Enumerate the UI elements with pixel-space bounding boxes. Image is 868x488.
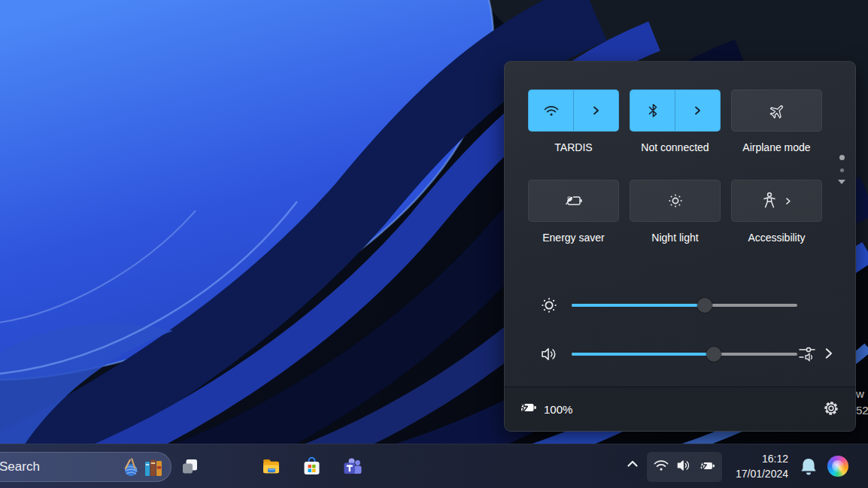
energy-saver-tile[interactable]: [528, 180, 619, 222]
battery-charging-icon: [698, 459, 716, 476]
airplane-icon: [767, 101, 787, 120]
volume-slider-fill: [572, 353, 714, 356]
chevron-right-icon: [692, 105, 703, 116]
bluetooth-icon: [644, 102, 662, 120]
brightness-row: [505, 292, 855, 319]
speaker-icon: [539, 344, 560, 365]
file-explorer-button[interactable]: [261, 456, 281, 477]
taskbar-clock[interactable]: 16:12 17/01/2024: [736, 451, 788, 481]
bluetooth-expand-chevron-button[interactable]: [675, 90, 720, 131]
microsoft-edge-button[interactable]: [220, 456, 241, 477]
airplane-mode-tile-label: Airplane mode: [731, 141, 822, 154]
volume-slider[interactable]: [572, 353, 797, 356]
wifi-tile-label: TARDIS: [528, 141, 619, 154]
volume-row: [505, 341, 855, 368]
bluetooth-tile[interactable]: [630, 89, 721, 132]
search-highlight-icons: [121, 457, 163, 481]
energy-saver-icon: [563, 192, 584, 209]
taskbar-app-icons: [180, 456, 363, 477]
copilot-button[interactable]: [827, 456, 848, 477]
brightness-slider[interactable]: [572, 304, 797, 307]
search-box[interactable]: Search: [0, 452, 171, 482]
quick-settings-panel: TARDIS: [504, 61, 856, 432]
notification-bell-icon: [799, 467, 818, 480]
wifi-expand-chevron-button[interactable]: [574, 90, 618, 131]
taskbar: Search: [0, 444, 868, 488]
page-dot[interactable]: [840, 168, 844, 172]
books-icon: [144, 457, 163, 481]
microsoft-teams-button[interactable]: [342, 456, 363, 477]
clock-date: 17/01/2024: [736, 466, 788, 481]
expand-page-arrow-icon[interactable]: [838, 180, 845, 184]
quick-settings-tiles: TARDIS: [528, 89, 822, 244]
page-dot-current[interactable]: [839, 155, 845, 160]
battery-status[interactable]: 100%: [518, 400, 572, 418]
volume-slider-thumb[interactable]: [706, 347, 721, 362]
system-tray-group[interactable]: [647, 452, 722, 482]
energy-saver-tile-label: Energy saver: [528, 231, 619, 244]
clock-time: 16:12: [736, 451, 788, 466]
screen-edge-text-fragment: w 52: [856, 386, 868, 419]
bluetooth-toggle-button[interactable]: [630, 90, 675, 131]
brightness-slider-thumb[interactable]: [697, 298, 712, 313]
show-hidden-icons-button[interactable]: [626, 458, 639, 471]
task-view-button[interactable]: [180, 456, 200, 477]
chevron-up-icon: [627, 458, 639, 471]
wifi-icon: [542, 102, 560, 120]
volume-icon: [675, 457, 692, 477]
audio-output-mixer-icon[interactable]: [798, 344, 816, 366]
accessibility-icon: [761, 192, 778, 210]
volume-expand-chevron-icon[interactable]: [822, 347, 834, 362]
yarn-icon: [121, 457, 142, 481]
notification-bell-button[interactable]: [799, 456, 818, 477]
quick-settings-footer: 100%: [505, 386, 855, 431]
wifi-icon: [653, 458, 669, 476]
gear-icon: [823, 408, 839, 419]
battery-charging-icon: [518, 400, 538, 418]
brightness-icon: [539, 295, 560, 316]
wifi-tile[interactable]: [528, 89, 619, 132]
wifi-toggle-button[interactable]: [529, 90, 573, 131]
microsoft-store-button[interactable]: [302, 456, 322, 477]
chevron-right-icon: [590, 105, 601, 116]
bluetooth-tile-label: Not connected: [630, 141, 721, 154]
edge-fragment-line2: 52: [856, 402, 868, 419]
settings-gear-button[interactable]: [823, 400, 839, 419]
desktop-screen: w 52: [0, 0, 868, 488]
page-indicator: [836, 155, 847, 184]
airplane-mode-tile[interactable]: [731, 89, 822, 132]
brightness-slider-fill: [572, 304, 705, 307]
night-light-tile-label: Night light: [630, 231, 721, 244]
search-placeholder: Search: [0, 459, 40, 474]
accessibility-tile-label: Accessibility: [731, 231, 822, 244]
edge-fragment-line1: w: [856, 386, 868, 402]
battery-percent-label: 100%: [544, 403, 572, 416]
accessibility-tile[interactable]: [731, 180, 822, 222]
chevron-right-icon: [784, 197, 792, 205]
night-light-icon: [666, 192, 684, 210]
night-light-tile[interactable]: [630, 180, 721, 222]
